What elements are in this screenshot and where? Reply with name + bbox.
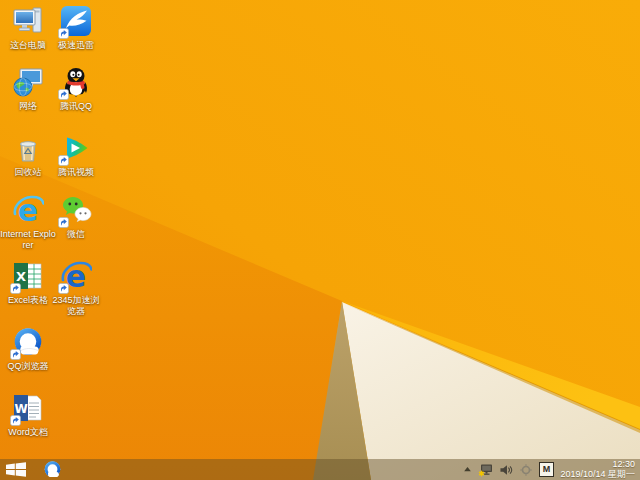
network-globe-icon: [12, 66, 44, 98]
qq-penguin-icon: [60, 66, 92, 98]
shortcut-arrow-icon: [10, 283, 21, 294]
shortcut-arrow-icon: [10, 349, 21, 360]
desktop-icon-wechat[interactable]: 微信: [48, 194, 104, 240]
2345-browser-icon: e: [60, 260, 92, 292]
clock-date: 2019/10/14 星期一: [560, 470, 635, 480]
wechat-bubbles-icon: [60, 194, 92, 226]
desktop-icon-tencent-video[interactable]: 腾讯视频: [48, 132, 104, 178]
shortcut-arrow-icon: [58, 89, 69, 100]
crosshair-utility-icon[interactable]: [520, 464, 532, 476]
this-pc-icon: [12, 5, 44, 37]
excel-icon: X: [12, 260, 44, 292]
icon-label: Word文档: [0, 427, 56, 438]
icon-label: 腾讯QQ: [48, 101, 104, 112]
svg-text:e: e: [18, 194, 38, 226]
icon-label: 2345加速浏览器: [48, 295, 104, 316]
taskbar-clock[interactable]: 12:30 2019/10/14 星期一: [560, 460, 635, 479]
desktop-icon-xunlei[interactable]: 极速迅雷: [48, 5, 104, 51]
desktop-icon-qq-browser[interactable]: QQ浏览器: [0, 326, 56, 372]
desktop-icon-word[interactable]: W Word文档: [0, 392, 56, 438]
icon-label: 腾讯视频: [48, 167, 104, 178]
hidden-icons-chevron-icon[interactable]: [464, 467, 471, 472]
recycle-bin-icon: [12, 132, 44, 164]
start-button[interactable]: [6, 462, 26, 477]
xunlei-hummingbird-icon: [60, 5, 92, 37]
qq-browser-icon: [12, 326, 44, 358]
desktop-screen: 这台电脑 极速迅雷: [0, 0, 640, 480]
windows-logo-icon: [6, 462, 26, 477]
tencent-video-play-icon: [60, 132, 92, 164]
internet-explorer-icon: e: [12, 194, 44, 226]
shortcut-arrow-icon: [58, 283, 69, 294]
svg-text:X: X: [16, 269, 26, 284]
shortcut-arrow-icon: [58, 155, 69, 166]
qq-browser-icon: [43, 460, 62, 479]
icon-label: QQ浏览器: [0, 361, 56, 372]
taskbar: M 12:30 2019/10/14 星期一: [0, 459, 640, 480]
icon-label: 微信: [48, 229, 104, 240]
taskbar-pinned-qq-browser[interactable]: [42, 459, 63, 480]
desktop-icon-tencent-qq[interactable]: 腾讯QQ: [48, 66, 104, 112]
desktop-icon-2345-browser[interactable]: e 2345加速浏览器: [48, 260, 104, 316]
volume-icon[interactable]: [500, 464, 513, 476]
shortcut-arrow-icon: [10, 415, 21, 426]
network-warning-icon[interactable]: [478, 463, 493, 477]
shortcut-arrow-icon: [58, 28, 69, 39]
ime-indicator[interactable]: M: [539, 462, 554, 477]
system-tray: M: [464, 459, 554, 480]
word-icon: W: [12, 392, 44, 424]
icon-label: 极速迅雷: [48, 40, 104, 51]
svg-text:W: W: [14, 402, 27, 416]
shortcut-arrow-icon: [58, 217, 69, 228]
